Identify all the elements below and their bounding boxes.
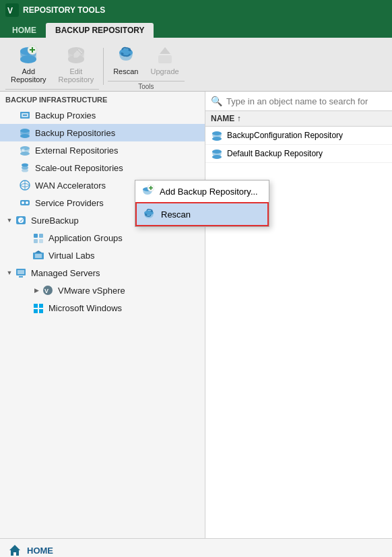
tab-home[interactable]: HOME: [3, 23, 46, 38]
svg-marker-40: [35, 251, 42, 253]
managed-servers-expand: ▼: [5, 269, 13, 277]
ribbon-items-manage: AddRepository EditRepository: [5, 42, 99, 86]
external-repos-label: External Repositories: [35, 145, 119, 156]
table-row[interactable]: BackupConfiguration Repository: [205, 127, 392, 145]
table-row[interactable]: Default Backup Repository: [205, 145, 392, 163]
svg-rect-13: [158, 55, 172, 63]
svg-rect-48: [39, 304, 43, 308]
svg-text:E: E: [22, 148, 25, 152]
sidebar-item-microsoft-windows[interactable]: Microsoft Windows: [0, 299, 205, 317]
sidebar-item-scaleout[interactable]: Scale-out Repositories: [0, 159, 205, 176]
name-column-header: NAME ↑: [211, 114, 241, 123]
managed-servers-label: Managed Servers: [31, 268, 100, 278]
upgrade-button[interactable]: Upgrade: [145, 42, 184, 78]
context-menu-rescan[interactable]: Rescan: [135, 202, 269, 226]
svg-marker-60: [9, 545, 20, 556]
svg-text:V: V: [7, 6, 13, 15]
title-bar-text: REPOSITORY TOOLS: [23, 5, 105, 15]
table-header: NAME ↑: [205, 111, 392, 127]
row2-label: Default Backup Repository: [227, 149, 323, 158]
rescan-button[interactable]: Rescan: [108, 42, 143, 78]
svg-point-20: [20, 134, 30, 138]
sidebar-item-backup-proxies[interactable]: Backup Proxies: [0, 106, 205, 124]
add-repository-button[interactable]: AddRepository: [5, 42, 52, 86]
svg-point-54: [212, 155, 222, 159]
search-input[interactable]: [226, 96, 387, 106]
appgroup-icon: [32, 232, 44, 244]
repo-row-icon-1: [211, 129, 223, 141]
rescan-cm-label: Rescan: [161, 209, 191, 220]
search-icon: 🔍: [211, 96, 222, 106]
svg-text:V: V: [44, 288, 48, 294]
edit-repository-button[interactable]: EditRepository: [53, 42, 100, 86]
svg-point-30: [22, 201, 24, 204]
wan-label: WAN Accelerators: [35, 181, 106, 191]
backup-repos-label: Backup Repositories: [35, 128, 115, 138]
home-nav-label: HOME: [27, 546, 53, 556]
sidebar-item-vmware[interactable]: ▶ V VMware vSphere: [0, 282, 205, 299]
microsoft-windows-label: Microsoft Windows: [48, 303, 122, 313]
proxy-icon: [19, 109, 31, 121]
svg-rect-47: [34, 304, 38, 308]
sidebar-item-virtual-labs[interactable]: Virtual Labs: [0, 247, 205, 264]
ribbon-items-tools: Rescan Upgrade: [108, 42, 185, 78]
svg-rect-43: [18, 270, 24, 274]
rescan-cm-icon: [142, 207, 156, 221]
sp-icon: [19, 197, 31, 209]
svg-point-4: [20, 55, 36, 63]
virtual-labs-label: Virtual Labs: [48, 251, 94, 261]
title-bar: V REPOSITORY TOOLS: [0, 0, 392, 20]
content-panel: 🔍 NAME ↑ BackupConfiguration Repository …: [205, 92, 392, 538]
app-icon: V: [5, 3, 19, 17]
rescan-label: Rescan: [113, 67, 138, 75]
windows-icon: [32, 302, 44, 314]
search-bar: 🔍: [205, 92, 392, 111]
sidebar-item-backup-repos[interactable]: Backup Repositories: [0, 124, 205, 141]
add-cm-icon: [141, 185, 154, 198]
context-menu-add-backup-repo[interactable]: Add Backup Repository...: [135, 181, 269, 202]
backup-proxies-label: Backup Proxies: [35, 110, 96, 121]
rescan-icon: [115, 44, 137, 66]
svg-rect-17: [23, 114, 27, 116]
sidebar-section-backup-infra: BACKUP INFRASTRUCTURE: [0, 92, 205, 106]
home-nav-icon: [8, 544, 22, 557]
ribbon: AddRepository EditRepository Manage Repo…: [0, 38, 392, 92]
ext-repo-icon: E: [19, 144, 31, 156]
svg-rect-35: [34, 234, 38, 238]
svg-point-31: [26, 201, 28, 204]
ribbon-group-manage: AddRepository EditRepository Manage Repo…: [5, 42, 99, 90]
surebackup-label: SureBackup: [31, 216, 79, 226]
context-menu: Add Backup Repository... Rescan: [135, 180, 269, 227]
repo-icon: [19, 127, 31, 139]
svg-rect-38: [39, 239, 43, 243]
svg-rect-41: [35, 254, 42, 258]
add-repository-label: AddRepository: [11, 67, 46, 84]
repo-row-icon-2: [211, 148, 223, 160]
svg-rect-49: [34, 309, 38, 313]
vmware-icon: V: [42, 284, 54, 296]
sidebar-item-managed-servers[interactable]: ▼ Managed Servers: [0, 264, 205, 282]
svg-marker-14: [160, 47, 170, 54]
svg-point-52: [212, 137, 222, 141]
svg-rect-50: [39, 309, 43, 313]
sidebar-item-external-repos[interactable]: E External Repositories: [0, 141, 205, 159]
home-nav-item[interactable]: HOME: [0, 539, 392, 557]
scaleout-repos-label: Scale-out Repositories: [35, 163, 123, 173]
add-repo-icon: [18, 44, 39, 66]
service-providers-label: Service Providers: [35, 198, 104, 208]
svg-point-26: [22, 169, 28, 172]
app-groups-label: Application Groups: [48, 233, 123, 243]
sidebar-item-app-groups[interactable]: Application Groups: [0, 229, 205, 247]
svg-rect-44: [19, 276, 23, 277]
edit-repo-icon: [65, 44, 87, 66]
surebackup-expand: ▼: [5, 216, 13, 224]
vlab-icon: [32, 249, 44, 261]
add-backup-repo-label: Add Backup Repository...: [160, 187, 258, 197]
edit-repository-label: EditRepository: [59, 67, 94, 84]
tab-bar: HOME BACKUP REPOSITORY: [0, 20, 392, 38]
bottom-nav: HOME INVENTORY BACKUP INFRASTRUCTURE STO…: [0, 538, 392, 557]
tab-backup-repository[interactable]: BACKUP REPOSITORY: [46, 23, 154, 38]
scaleout-icon: [19, 162, 31, 174]
vmware-expand: ▶: [32, 286, 40, 294]
svg-rect-36: [39, 234, 43, 238]
